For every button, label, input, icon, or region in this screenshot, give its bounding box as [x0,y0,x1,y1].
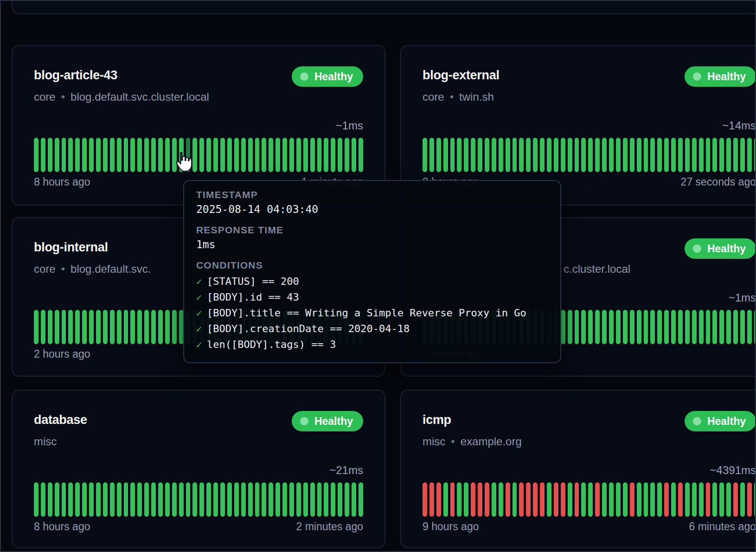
uptime-bar[interactable] [671,482,676,517]
uptime-bar[interactable] [75,138,80,172]
uptime-bar[interactable] [192,138,197,172]
uptime-bar[interactable] [443,138,448,172]
uptime-bar[interactable] [616,310,621,344]
uptime-bar[interactable] [747,482,752,517]
uptime-bar[interactable] [526,482,531,517]
uptime-bar[interactable] [103,138,108,172]
uptime-bar[interactable] [172,310,177,344]
uptime-bar[interactable] [499,482,503,517]
uptime-bar[interactable] [513,138,517,172]
uptime-bar[interactable] [241,482,246,517]
uptime-bar[interactable] [96,138,101,172]
uptime-bar[interactable] [324,138,328,172]
uptime-bar[interactable] [165,482,170,517]
uptime-bar[interactable] [324,482,328,517]
uptime-bar[interactable] [248,482,253,517]
uptime-bar[interactable] [533,482,538,517]
uptime-bar[interactable] [75,310,80,344]
uptime-bar[interactable] [671,138,676,172]
uptime-bar[interactable] [650,310,655,344]
uptime-bar[interactable] [554,482,558,517]
uptime-bar[interactable] [699,310,704,344]
uptime-bar[interactable] [117,310,122,344]
uptime-bar[interactable] [609,310,614,344]
uptime-bar[interactable] [352,482,356,517]
uptime-bar[interactable] [186,482,191,517]
uptime-bar[interactable] [158,138,163,172]
uptime-bar[interactable] [275,138,280,172]
uptime-bar[interactable] [55,138,59,172]
uptime-bar[interactable] [110,138,115,172]
uptime-bar[interactable] [464,482,468,517]
uptime-bar[interactable] [269,138,273,172]
uptime-bar[interactable] [55,482,59,517]
uptime-bar[interactable] [595,482,600,517]
uptime-bar[interactable] [296,482,301,517]
uptime-bar[interactable] [248,138,253,172]
uptime-bar[interactable] [699,138,704,172]
uptime-bar[interactable] [429,482,434,517]
uptime-bar[interactable] [296,138,301,172]
uptime-bar[interactable] [436,138,441,172]
uptime-bar[interactable] [699,482,704,517]
uptime-bar[interactable] [241,138,246,172]
uptime-bar[interactable] [41,482,45,517]
uptime-bar[interactable] [492,138,496,172]
uptime-bar[interactable] [89,482,94,517]
uptime-bar[interactable] [754,310,756,344]
uptime-bar[interactable] [588,310,593,344]
uptime-bar[interactable] [568,482,572,517]
uptime-bar[interactable] [733,138,738,172]
uptime-bar[interactable] [568,138,572,172]
uptime-bar[interactable] [41,310,45,344]
uptime-bar[interactable] [359,138,363,172]
uptime-bar[interactable] [255,482,260,517]
uptime-bar[interactable] [678,138,683,172]
uptime-bar[interactable] [657,310,662,344]
uptime-bar[interactable] [429,138,434,172]
uptime-bar[interactable] [712,138,717,172]
uptime-bar[interactable] [630,138,634,172]
uptime-bar[interactable] [436,482,441,517]
uptime-bar[interactable] [637,482,641,517]
uptime-bar[interactable] [678,310,683,344]
uptime-bar[interactable] [151,310,156,344]
uptime-bar[interactable] [359,482,363,517]
uptime-bar[interactable] [616,138,621,172]
uptime-bar[interactable] [581,482,586,517]
uptime-bar[interactable] [443,482,448,517]
uptime-bar[interactable] [650,482,655,517]
uptime-bar[interactable] [82,138,87,172]
uptime-bar[interactable] [34,310,38,344]
uptime-bar[interactable] [338,138,342,172]
uptime-bar[interactable] [623,310,628,344]
uptime-bar[interactable] [706,310,711,344]
uptime-bar[interactable] [561,482,565,517]
uptime-bar[interactable] [144,482,149,517]
uptime-bar[interactable] [227,482,232,517]
uptime-bar[interactable] [540,138,545,172]
uptime-bar[interactable] [581,310,586,344]
uptime-bar[interactable] [595,138,600,172]
uptime-bar[interactable] [692,310,697,344]
uptime-bar[interactable] [144,138,149,172]
uptime-bar[interactable] [685,310,690,344]
uptime-bar[interactable] [547,482,551,517]
service-card[interactable]: Healthy icmp misc•example.org ~4391ms 9 … [400,390,756,548]
uptime-bar[interactable] [485,482,489,517]
uptime-bar[interactable] [540,482,545,517]
uptime-bar[interactable] [282,138,287,172]
uptime-bar[interactable] [561,138,565,172]
uptime-bar[interactable] [68,310,73,344]
uptime-bar[interactable] [303,138,308,172]
uptime-bar[interactable] [706,482,711,517]
uptime-bar[interactable] [657,138,662,172]
uptime-bar[interactable] [89,138,94,172]
uptime-bar[interactable] [450,482,455,517]
uptime-bar[interactable] [609,138,614,172]
uptime-bar[interactable] [331,482,335,517]
uptime-bar[interactable] [464,138,468,172]
uptime-bar[interactable] [48,310,52,344]
uptime-bar[interactable] [103,310,108,344]
uptime-bar[interactable] [754,482,756,517]
